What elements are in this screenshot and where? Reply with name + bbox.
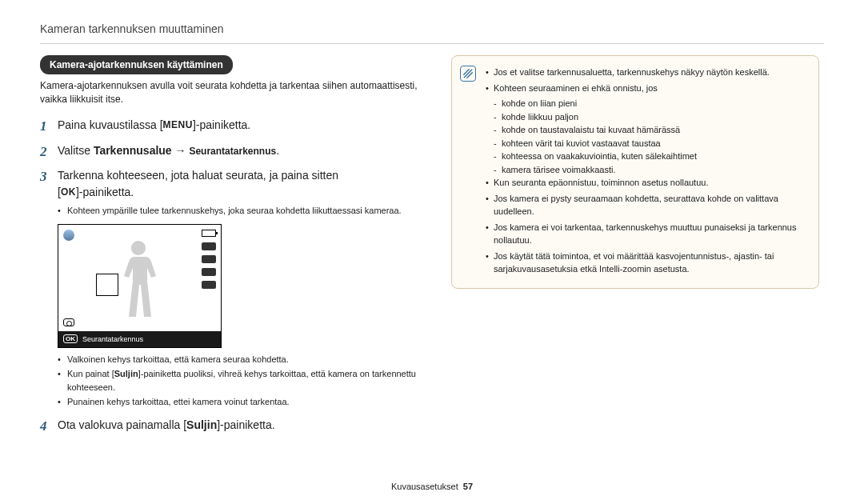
info-text: kohteen värit tai kuviot vastaavat taust… (502, 137, 661, 150)
bullet-text: Valkoinen kehys tarkoittaa, että kamera … (67, 353, 289, 366)
info-text: Kun seuranta epäonnistuu, toiminnon aset… (494, 176, 708, 190)
menu-chip: MENU (163, 118, 193, 132)
info-text: Jos käytät tätä toimintoa, et voi määrit… (494, 250, 807, 276)
step-number: 2 (40, 142, 58, 162)
step-number: 3 (40, 167, 58, 186)
step-text-bold2: Seurantatarkennus (189, 146, 276, 157)
mode-icon (63, 230, 74, 241)
bullet-row: • Kohteen ympärille tulee tarkennuskehys… (58, 204, 432, 218)
step-text: Ota valokuva painamalla [Suljin]-painike… (58, 417, 275, 434)
info-text: Jos et valitse tarkennusaluetta, tarkenn… (494, 66, 770, 79)
step-text-bold: Tarkennusalue (94, 144, 172, 157)
info-line: •Jos käytät tätä toimintoa, et voi määri… (486, 250, 807, 276)
step-text-pre: Paina kuvaustilassa [ (58, 118, 163, 131)
page-header: Kameran tarkennuksen muuttaminen (40, 22, 824, 35)
camera-icon (63, 318, 74, 326)
info-line: •Jos kamera ei pysty seuraamaan kohdetta… (486, 192, 807, 218)
step-text: Tarkenna kohteeseen, jota haluat seurata… (58, 167, 338, 201)
step-text: Valitse Tarkennusalue → Seurantatarkennu… (58, 142, 279, 159)
info-subline: -kohteessa on vaakakuviointia, kuten säl… (494, 150, 807, 163)
ok-indicator: OK (63, 334, 78, 343)
bullet-dot: • (58, 353, 67, 366)
right-icons (202, 242, 216, 294)
info-subline: -kohteen värit tai kuviot vastaavat taus… (494, 137, 807, 150)
bullet-text: Kun painat [Suljin]-painiketta puoliksi,… (67, 367, 432, 394)
info-subline: -kohde liikkuu paljon (494, 110, 807, 124)
step-text: Paina kuvaustilassa [MENU]-painiketta. (58, 117, 250, 134)
info-text: kamera tärisee voimakkaasti. (502, 163, 615, 177)
page-footer: Kuvausasetukset 57 (0, 482, 864, 491)
info-subline: -kohde on liian pieni (494, 97, 807, 110)
step-3: 3 Tarkenna kohteeseen, jota haluat seura… (40, 167, 432, 201)
subject-silhouette (114, 239, 162, 331)
info-box: •Jos et valitse tarkennusaluetta, tarken… (451, 55, 819, 289)
divider (40, 43, 824, 44)
bullet-text: Kohteen ympärille tulee tarkennuskehys, … (67, 204, 402, 218)
bullet-text: Punainen kehys tarkoittaa, ettei kamera … (67, 395, 290, 409)
step-text-post: ]-painiketta. (217, 418, 274, 431)
step-text-post: . (276, 144, 279, 157)
text-bold: Suljin (114, 369, 138, 378)
bullet-row: • Kun painat [Suljin]-painiketta puoliks… (58, 367, 432, 394)
bullet-dot: • (58, 204, 67, 218)
step-text-pre: Ota valokuva painamalla [ (58, 418, 186, 431)
camera-preview: OK Seurantatarkennus (58, 224, 222, 348)
post-screen-bullets: • Valkoinen kehys tarkoittaa, että kamer… (58, 353, 432, 409)
info-text: kohteessa on vaakakuviointia, kuten säle… (502, 150, 697, 163)
step-text-bold: Suljin (186, 418, 217, 431)
arrow: → (172, 144, 190, 157)
ok-chip: OK (61, 185, 76, 199)
right-column: •Jos et valitse tarkennusaluetta, tarken… (451, 55, 819, 436)
step-line2-post: ]-painiketta. (76, 186, 134, 198)
step-text-post: ]-painiketta. (193, 118, 250, 131)
bullet-row: • Valkoinen kehys tarkoittaa, että kamer… (58, 353, 432, 366)
bar-label: Seurantatarkennus (82, 335, 143, 343)
info-subline: -kamera tärisee voimakkaasti. (494, 163, 807, 177)
bullet-row: • Punainen kehys tarkoittaa, ettei kamer… (58, 395, 432, 409)
step-number: 1 (40, 117, 58, 136)
tracking-box (97, 274, 118, 295)
info-text: kohde on liian pieni (502, 97, 577, 110)
battery-icon (202, 230, 216, 237)
step-1: 1 Paina kuvaustilassa [MENU]-painiketta. (40, 117, 432, 136)
content-columns: Kamera-ajotarkennuksen käyttäminen Kamer… (40, 55, 824, 436)
step-number: 4 (40, 417, 58, 436)
bullet-dot: • (58, 367, 67, 394)
bullet-dot: • (58, 395, 67, 409)
footer-label: Kuvausasetukset (391, 482, 458, 491)
info-text: Jos kamera ei voi tarkentaa, tarkennuske… (494, 221, 807, 247)
section-pill: Kamera-ajotarkennuksen käyttäminen (40, 55, 233, 74)
status-bar: OK Seurantatarkennus (58, 331, 221, 347)
left-column: Kamera-ajotarkennuksen käyttäminen Kamer… (40, 55, 432, 436)
intro-text: Kamera-ajotarkennuksen avulla voit seura… (40, 79, 432, 107)
footer-page: 57 (463, 482, 473, 491)
info-text: kohde liikkuu paljon (502, 110, 578, 124)
info-line: •Jos kamera ei voi tarkentaa, tarkennusk… (486, 221, 807, 247)
info-text: Jos kamera ei pysty seuraamaan kohdetta,… (494, 192, 807, 218)
info-text: kohde on taustavalaistu tai kuvaat hämär… (502, 123, 680, 137)
step-4: 4 Ota valokuva painamalla [Suljin]-paini… (40, 417, 432, 436)
step-3-sub-bullets: • Kohteen ympärille tulee tarkennuskehys… (58, 204, 432, 218)
info-subline: -kohde on taustavalaistu tai kuvaat hämä… (494, 123, 807, 137)
info-text: Kohteen seuraaminen ei ehkä onnistu, jos (494, 82, 658, 95)
info-line: •Kohteen seuraaminen ei ehkä onnistu, jo… (486, 82, 807, 95)
info-line: •Jos et valitse tarkennusaluetta, tarken… (486, 66, 807, 79)
step-line1: Tarkenna kohteeseen, jota haluat seurata… (58, 169, 338, 182)
step-2: 2 Valitse Tarkennusalue → Seurantatarken… (40, 142, 432, 162)
text-pre: Kun painat [ (67, 369, 114, 378)
info-line: •Kun seuranta epäonnistuu, toiminnon ase… (486, 176, 807, 190)
step-text-pre: Valitse (58, 144, 94, 157)
note-icon (460, 66, 476, 82)
